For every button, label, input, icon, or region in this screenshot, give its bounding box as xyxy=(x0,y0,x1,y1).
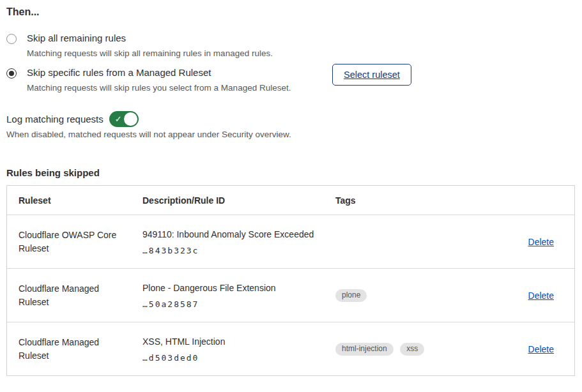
radio-skip-all-remaining-rules[interactable] xyxy=(6,34,17,44)
column-header-ruleset: Ruleset xyxy=(19,195,142,206)
option-skip-specific-rules: Skip specific rules from a Managed Rules… xyxy=(6,66,291,93)
rule-tags: html-injection xss xyxy=(335,342,525,356)
rule-description: 949110: Inbound Anomaly Score Exceeded xyxy=(142,229,335,240)
option-label[interactable]: Skip specific rules from a Managed Rules… xyxy=(27,66,291,79)
rule-tags: plone xyxy=(335,289,525,302)
skipped-rules-table: Ruleset Description/Rule ID Tags Cloudfl… xyxy=(6,185,575,376)
radio-skip-specific-rules[interactable] xyxy=(6,68,17,79)
toggle-knob xyxy=(124,112,137,126)
log-matching-toggle[interactable]: ✓ xyxy=(109,111,139,127)
log-matching-description: When disabled, matched requests will not… xyxy=(6,130,291,139)
ruleset-name: Cloudflare OWASP Core Ruleset xyxy=(19,229,126,255)
delete-link[interactable]: Delete xyxy=(528,290,554,301)
rules-being-skipped-heading: Rules being skipped xyxy=(6,167,100,178)
delete-link[interactable]: Delete xyxy=(528,344,554,354)
rule-description: XSS, HTML Injection xyxy=(142,336,335,347)
option-label[interactable]: Skip all remaining rules xyxy=(27,32,273,45)
check-icon: ✓ xyxy=(115,115,122,123)
delete-link[interactable]: Delete xyxy=(528,237,554,247)
rule-id: …d503ded0 xyxy=(142,353,335,363)
column-header-description: Description/Rule ID xyxy=(142,195,335,206)
rule-id: …50a28587 xyxy=(142,299,335,309)
then-heading: Then... xyxy=(6,6,40,18)
option-skip-all-remaining-rules: Skip all remaining rules Matching reques… xyxy=(6,32,273,59)
table-row: Cloudflare OWASP Core Ruleset 949110: In… xyxy=(7,215,574,268)
table-row: Cloudflare Managed Ruleset XSS, HTML Inj… xyxy=(7,322,574,375)
option-description: Matching requests will skip rules you se… xyxy=(27,82,291,93)
log-matching-label: Log matching requests xyxy=(6,114,103,124)
waf-skip-rule-panel: Then... Skip all remaining rules Matchin… xyxy=(0,0,582,392)
option-description: Matching requests will skip all remainin… xyxy=(27,48,273,59)
table-row: Cloudflare Managed Ruleset Plone - Dange… xyxy=(7,268,574,322)
log-matching-row: Log matching requests ✓ xyxy=(6,111,139,127)
select-ruleset-button[interactable]: Select ruleset xyxy=(332,64,411,86)
tag-badge: xss xyxy=(400,343,424,356)
rule-id: …843b323c xyxy=(142,246,335,255)
column-header-tags: Tags xyxy=(335,195,525,206)
rule-description: Plone - Dangerous File Extension xyxy=(142,282,335,294)
ruleset-name: Cloudflare Managed Ruleset xyxy=(19,336,126,363)
ruleset-name: Cloudflare Managed Ruleset xyxy=(19,282,126,309)
tag-badge: html-injection xyxy=(335,343,394,356)
table-header-row: Ruleset Description/Rule ID Tags xyxy=(7,186,574,215)
tag-badge: plone xyxy=(335,289,367,302)
